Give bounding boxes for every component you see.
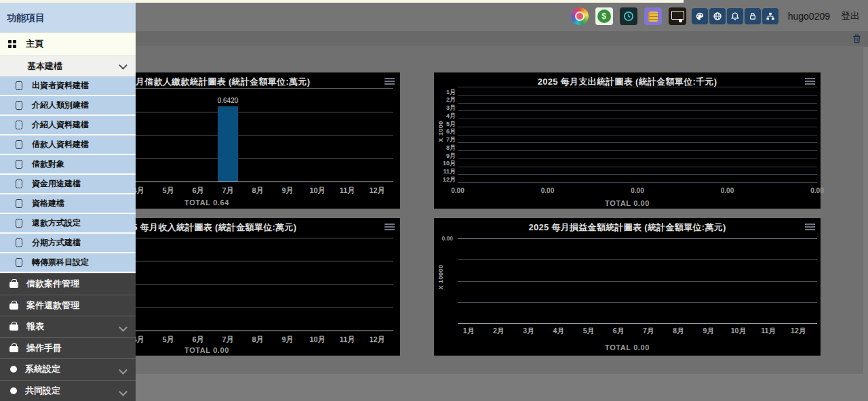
month-label: 1月 (456, 326, 481, 336)
grid-line (458, 281, 817, 282)
colorful-logo-icon[interactable] (571, 7, 589, 25)
grid-line (458, 135, 817, 135)
sidebar-item-label: 出資者資料建檔 (32, 80, 89, 91)
navy-icon-group (690, 8, 778, 24)
sidebar-item-label: 系統設定 (25, 363, 60, 375)
chevron-down-icon (119, 323, 127, 332)
sidebar-item[interactable]: 還款方式設定 (0, 214, 136, 234)
outline-box-icon (16, 101, 22, 110)
sidebar-item-label: 案件還款管理 (26, 299, 79, 312)
outline-box-icon (16, 81, 22, 90)
chart-menu-icon[interactable] (805, 224, 815, 232)
grid-line (458, 110, 817, 111)
clock-icon[interactable] (620, 7, 637, 25)
month-label: 5月 (156, 335, 180, 345)
palette-icon[interactable] (692, 8, 708, 24)
chart-menu-icon[interactable] (384, 78, 395, 86)
outline-box-icon (16, 238, 22, 247)
sidebar-item[interactable]: 借款案件管理 (0, 273, 136, 295)
sidebar-item-home[interactable]: 主頁 (0, 33, 136, 56)
sidebar-item[interactable]: 操作手冊 (0, 337, 136, 359)
x-tick-label: 0.00 (444, 187, 471, 194)
sidebar-title: 功能項目 (0, 3, 136, 33)
presentation-icon[interactable] (669, 7, 686, 25)
sidebar-item[interactable]: 系統設定 (0, 358, 136, 380)
chart-title: 2025 每月損益金額統計圖表 (統計金額單位:萬元) (434, 221, 821, 234)
month-label: 8月 (666, 326, 690, 336)
lock-icon[interactable] (745, 8, 761, 24)
month-label: 5月 (156, 186, 180, 196)
sidebar-item-label: 介紹人類別建檔 (32, 100, 89, 111)
sidebar-item[interactable]: 資格建檔 (0, 194, 136, 214)
sidebar-item-label: 資金用途建檔 (32, 178, 81, 190)
total-label: TOTAL 0.00 (434, 343, 821, 352)
month-label: 12月 (786, 326, 810, 336)
outline-box-icon (16, 140, 22, 149)
chart-panel-expenses: 2025 每月支出統計圖表 (統計金額單位:千元) X 1000 1月2月3月4… (434, 72, 821, 209)
scroll-icon[interactable] (644, 7, 662, 25)
trash-icon[interactable] (852, 34, 861, 46)
sidebar-dark-items: 借款案件管理案件還款管理報表操作手冊系統設定共同設定 (0, 273, 136, 401)
sidebar-item[interactable]: 出資者資料建檔 (0, 77, 136, 96)
outline-box-icon (16, 199, 22, 208)
month-label: 2月 (486, 326, 511, 336)
month-label: 7月 (636, 326, 660, 336)
sidebar-item[interactable]: 案件還款管理 (0, 295, 136, 316)
sidebar-item[interactable]: 報表 (0, 316, 136, 337)
sidebar-item[interactable]: 借款人資料建檔 (0, 135, 136, 155)
data-bar[interactable] (218, 106, 238, 182)
bag-icon (9, 324, 18, 331)
chart-menu-icon[interactable] (384, 224, 395, 232)
grid-line (458, 167, 817, 167)
bag-icon (9, 282, 18, 288)
sidebar-item-label: 報表 (26, 320, 44, 333)
month-label: 10月 (305, 335, 330, 345)
green-finance-icon[interactable]: $ (595, 7, 613, 25)
y-tick-label: 0.00 (435, 235, 453, 242)
x-tick-label: 0.00 (714, 187, 741, 194)
sidebar-item-label: 借款案件管理 (26, 278, 79, 290)
y-axis-label: X 10000 (437, 257, 444, 297)
sidebar-item[interactable]: 介紹人資料建檔 (0, 116, 136, 135)
globe-icon[interactable] (709, 8, 726, 24)
month-label: 11月 (335, 335, 359, 345)
month-label: 11月 (756, 326, 781, 336)
grid-line (458, 159, 817, 159)
sidebar-item[interactable]: 分期方式建檔 (0, 234, 136, 253)
chart-menu-icon[interactable] (805, 78, 815, 86)
month-label: 6月 (186, 335, 210, 345)
x-tick-label: 0.00 (534, 187, 561, 194)
month-label: 8月 (245, 335, 270, 345)
month-label: 10月 (726, 326, 751, 336)
sitemap-icon[interactable] (762, 8, 778, 24)
grid-line (458, 174, 817, 175)
sidebar-group-basic[interactable]: 基本建檔 (0, 56, 136, 77)
circle-icon (10, 387, 17, 394)
month-label: 7月 (216, 186, 240, 196)
month-label: 12月 (437, 175, 456, 184)
bag-icon (9, 346, 18, 352)
grid-line (458, 127, 817, 127)
sidebar-item[interactable]: 介紹人類別建檔 (0, 96, 136, 116)
month-label: 6月 (186, 186, 210, 196)
sidebar-item-label: 借款人資料建檔 (32, 139, 89, 150)
sidebar: 功能項目 主頁 基本建檔 出資者資料建檔介紹人類別建檔介紹人資料建檔借款人資料建… (0, 3, 136, 401)
month-label: 9月 (275, 186, 300, 196)
outline-box-icon (16, 219, 22, 228)
month-label: 12月 (365, 335, 389, 345)
sidebar-item[interactable]: 共同設定 (0, 380, 136, 401)
grid-line (458, 87, 817, 87)
bell-icon[interactable] (727, 8, 743, 24)
logout-button[interactable]: 登出 (841, 10, 860, 22)
sidebar-item[interactable]: 借款對象 (0, 155, 136, 175)
sidebar-item[interactable]: 轉傳票科目設定 (0, 253, 136, 273)
month-label: 11月 (335, 186, 359, 196)
month-label: 10月 (305, 186, 330, 196)
month-label: 12月 (365, 186, 389, 196)
total-label: TOTAL 0.00 (434, 199, 821, 207)
sidebar-item[interactable]: 資金用途建檔 (0, 175, 136, 194)
bag-icon (9, 303, 18, 310)
outline-box-icon (16, 160, 22, 169)
sidebar-item-label: 操作手冊 (26, 342, 62, 354)
grid-line (458, 150, 817, 151)
